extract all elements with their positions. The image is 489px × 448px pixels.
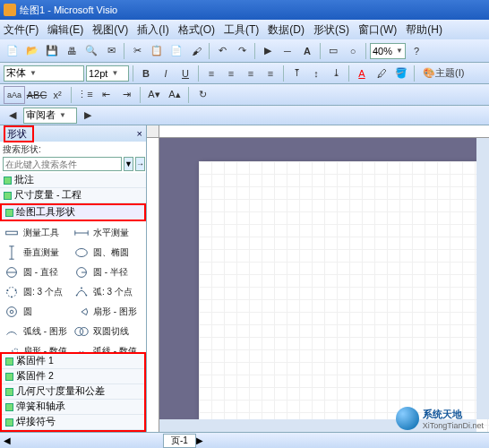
bottom-align-button[interactable]: ⤓: [327, 65, 345, 82]
horizontal-ruler[interactable]: [159, 125, 489, 138]
shape-item[interactable]: 扇形 - 数值: [2, 341, 72, 352]
connector-tool-button[interactable]: ─: [279, 42, 296, 60]
menu-view[interactable]: 视图(V): [92, 22, 128, 38]
redo-button[interactable]: ↷: [233, 42, 251, 60]
watermark-brand: 系统天地: [423, 408, 484, 421]
stencil-category[interactable]: 批注: [0, 173, 146, 188]
shape-icon: [3, 284, 21, 300]
shape-item[interactable]: 扇形 - 图形: [72, 302, 142, 322]
menu-shape[interactable]: 形状(S): [313, 22, 349, 38]
stencil-category-selected[interactable]: 绘图工具形状: [0, 203, 146, 221]
shape-icon: [73, 264, 90, 280]
fill-color-button[interactable]: 🪣: [392, 65, 410, 82]
stencil-category[interactable]: 紧固件 1: [2, 354, 144, 369]
shape-item[interactable]: 圆、椭圆: [72, 243, 142, 263]
drawing-page[interactable]: [199, 161, 489, 432]
rotate-text-button[interactable]: ↻: [193, 86, 211, 104]
inc-indent-button[interactable]: ⇥: [117, 86, 135, 104]
line-color-button[interactable]: 🖊: [373, 65, 390, 82]
menu-edit[interactable]: 编辑(E): [47, 22, 83, 38]
inc-fontsize-button[interactable]: A▴: [166, 86, 184, 104]
page-tab[interactable]: 页-1: [163, 434, 196, 448]
shape-item[interactable]: 圆: 3 个点: [2, 282, 72, 302]
copy-button[interactable]: 📋: [148, 42, 166, 60]
stencil-category[interactable]: 紧固件 2: [2, 369, 144, 384]
font-name-combo[interactable]: 宋体▼: [4, 65, 84, 82]
bullets-button[interactable]: ⋮≡: [76, 86, 94, 104]
bold-button[interactable]: B: [137, 65, 155, 82]
textbox-button[interactable]: aAa: [4, 86, 25, 104]
align-justify-button[interactable]: ≡: [262, 65, 279, 82]
print-button[interactable]: 🖶: [63, 42, 81, 60]
format-painter-button[interactable]: 🖌: [187, 42, 205, 60]
menu-format[interactable]: 格式(O): [178, 22, 215, 38]
stencil-category[interactable]: 尺寸度量 - 工程: [0, 188, 146, 203]
menu-file[interactable]: 文件(F): [4, 22, 39, 38]
theme-button[interactable]: 🎨 主题(I): [418, 65, 468, 82]
paste-button[interactable]: 📄: [167, 42, 185, 60]
menu-insert[interactable]: 插入(I): [137, 22, 168, 38]
shape-item[interactable]: 圆 - 半径: [72, 263, 142, 282]
shape-search-input[interactable]: [3, 157, 122, 171]
align-right-button[interactable]: ≡: [242, 65, 260, 82]
dec-fontsize-button[interactable]: A▾: [145, 86, 163, 104]
mail-button[interactable]: ✉: [102, 42, 120, 60]
shape-label: 圆: 3 个点: [23, 286, 63, 298]
menu-window[interactable]: 窗口(W): [358, 22, 397, 38]
rectangle-tool-button[interactable]: ▭: [324, 42, 342, 60]
menu-data[interactable]: 数据(D): [268, 22, 305, 38]
cut-button[interactable]: ✂: [128, 42, 146, 60]
align-center-button[interactable]: ≡: [222, 65, 240, 82]
open-button[interactable]: 📂: [23, 42, 41, 60]
shape-item[interactable]: 水平测量: [72, 223, 142, 243]
vertical-ruler[interactable]: [147, 138, 159, 432]
reviewer-combo[interactable]: 审阅者▼: [23, 108, 77, 124]
search-dropdown-button[interactable]: ▼: [124, 157, 133, 171]
shape-item[interactable]: 圆 - 直径: [2, 263, 72, 282]
stencil-category[interactable]: 几何尺寸度量和公差: [2, 384, 144, 400]
status-bar: ◀ 页-1 ▶: [0, 432, 489, 448]
superscript-button[interactable]: x²: [48, 86, 66, 104]
font-color-button[interactable]: A: [353, 65, 371, 82]
shape-item[interactable]: 垂直测量: [2, 243, 72, 263]
align-left-button[interactable]: ≡: [202, 65, 220, 82]
stencil-category[interactable]: 弹簧和轴承: [2, 400, 144, 415]
undo-button[interactable]: ↶: [213, 42, 231, 60]
strike-button[interactable]: ABC: [28, 86, 46, 104]
ellipse-tool-button[interactable]: ○: [344, 42, 362, 60]
svg-point-18: [81, 288, 82, 289]
new-button[interactable]: 📄: [4, 42, 21, 60]
shape-item[interactable]: 测量工具: [2, 223, 72, 243]
close-icon[interactable]: ×: [137, 128, 142, 139]
dec-indent-button[interactable]: ⇤: [97, 86, 115, 104]
preview-button[interactable]: 🔍: [82, 42, 100, 60]
top-align-button[interactable]: ⤒: [287, 65, 305, 82]
underline-button[interactable]: U: [176, 65, 194, 82]
menu-help[interactable]: 帮助(H): [406, 22, 442, 38]
shape-item[interactable]: 弧线 - 数值: [72, 341, 142, 352]
save-button[interactable]: 💾: [43, 42, 61, 60]
italic-button[interactable]: I: [157, 65, 175, 82]
shape-item[interactable]: 圆: [2, 302, 72, 322]
svg-point-14: [15, 289, 17, 291]
menu-tools[interactable]: 工具(T): [224, 22, 259, 38]
page-nav-prev[interactable]: ◀: [4, 435, 11, 445]
page-nav-next[interactable]: ▶: [196, 435, 203, 445]
shape-item[interactable]: 弧线 - 图形: [2, 322, 72, 341]
search-go-button[interactable]: →: [135, 157, 145, 171]
stencil-label: 批注: [14, 174, 34, 186]
vertical-scrollbar[interactable]: [476, 138, 489, 419]
stencil-icon: [4, 177, 12, 185]
stencil-category[interactable]: 焊接符号: [2, 415, 144, 430]
shape-label: 圆、椭圆: [93, 246, 129, 259]
previous-button[interactable]: ◀: [4, 107, 21, 125]
pointer-tool-button[interactable]: ▶: [259, 42, 277, 60]
shape-item[interactable]: 双圆切线: [72, 322, 142, 341]
zoom-combo[interactable]: 40%▼: [370, 43, 406, 59]
next-button[interactable]: ▶: [79, 107, 97, 125]
text-tool-button[interactable]: A: [298, 42, 316, 60]
help-button[interactable]: ?: [408, 42, 425, 60]
font-size-combo[interactable]: 12pt▼: [86, 65, 129, 82]
middle-align-button[interactable]: ↕: [307, 65, 325, 82]
shape-item[interactable]: 弧: 3 个点: [72, 282, 142, 302]
